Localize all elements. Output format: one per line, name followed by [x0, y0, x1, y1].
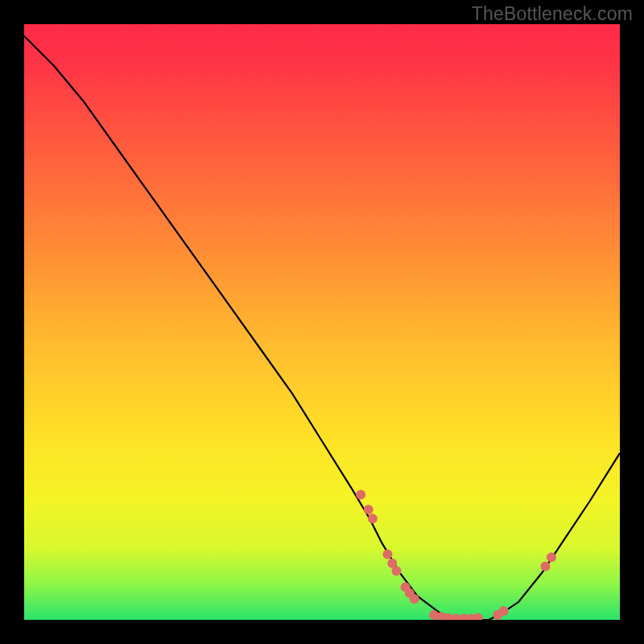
markers-group	[356, 490, 556, 620]
data-point	[392, 566, 402, 576]
data-point	[382, 550, 392, 559]
data-point	[410, 594, 419, 604]
data-point	[499, 606, 509, 616]
data-point	[541, 561, 551, 571]
plot-area	[24, 24, 620, 620]
data-point	[547, 552, 556, 562]
chart-container: TheBottleneck.com	[0, 0, 644, 644]
watermark-text: TheBottleneck.com	[472, 3, 633, 25]
chart-svg	[24, 24, 620, 620]
data-point	[368, 514, 378, 523]
data-point	[473, 613, 483, 620]
data-point	[356, 490, 365, 500]
curve-line	[24, 36, 620, 620]
data-point	[364, 505, 374, 514]
